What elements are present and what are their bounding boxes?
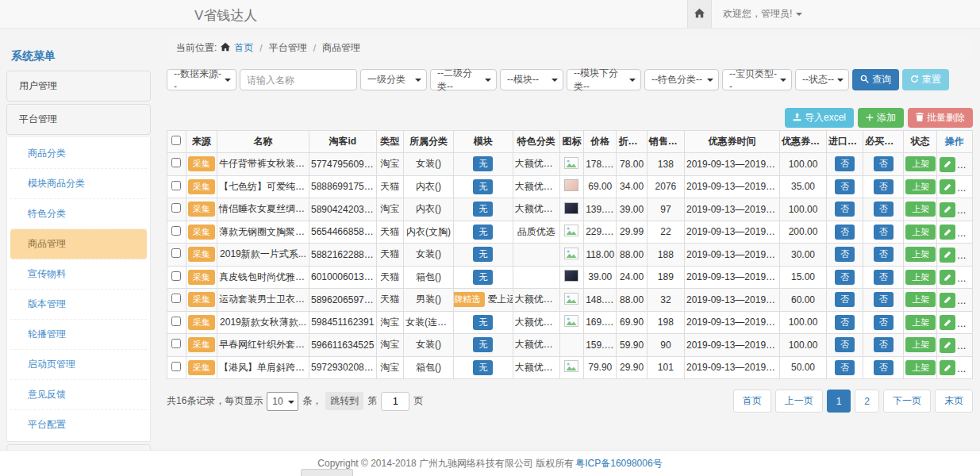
module-badge[interactable]: 无: [473, 247, 493, 262]
status-toggle-button[interactable]: 上架: [905, 360, 936, 375]
sidebar-item-宣传物料[interactable]: 宣传物料: [10, 259, 147, 290]
status-toggle-button[interactable]: 上架: [905, 270, 936, 285]
row-checkbox[interactable]: [171, 248, 181, 258]
source-badge[interactable]: 采集: [188, 360, 215, 375]
page-button-上一页[interactable]: 上一页: [775, 390, 823, 413]
row-checkbox[interactable]: [171, 226, 181, 236]
source-badge[interactable]: 采集: [188, 202, 215, 217]
edit-button[interactable]: [940, 293, 955, 308]
jump-to-button[interactable]: 跳转到: [325, 392, 363, 410]
import-select-toggle[interactable]: 否: [835, 292, 855, 307]
add-button[interactable]: 添加: [858, 108, 904, 128]
data-source-select[interactable]: --数据来源--: [167, 69, 236, 90]
edit-button[interactable]: [940, 202, 955, 217]
import-select-toggle[interactable]: 否: [835, 156, 855, 171]
must-buy-toggle[interactable]: 否: [874, 292, 894, 307]
status-toggle-button[interactable]: 上架: [905, 202, 936, 217]
must-buy-toggle[interactable]: 否: [874, 225, 894, 240]
module-badge[interactable]: 无: [473, 156, 493, 171]
import-select-toggle[interactable]: 否: [835, 247, 855, 262]
row-checkbox[interactable]: [171, 339, 181, 348]
edit-button[interactable]: [940, 179, 955, 194]
row-checkbox[interactable]: [171, 158, 181, 167]
reset-button[interactable]: 重置: [902, 69, 949, 90]
row-checkbox[interactable]: [171, 317, 181, 326]
edit-button[interactable]: [940, 270, 955, 285]
item-type-select[interactable]: --宝贝类型--: [722, 69, 792, 90]
module-badge[interactable]: 无: [473, 225, 493, 240]
select-all-checkbox[interactable]: [171, 136, 181, 145]
row-checkbox[interactable]: [171, 294, 181, 303]
must-buy-toggle[interactable]: 否: [874, 315, 894, 330]
page-button-1[interactable]: 1: [827, 390, 851, 413]
source-badge[interactable]: 采集: [188, 270, 215, 285]
source-badge[interactable]: 采集: [188, 337, 215, 352]
must-buy-toggle[interactable]: 否: [874, 270, 894, 285]
sidebar-item-版本管理[interactable]: 版本管理: [10, 290, 147, 320]
sidebar-item-商品管理[interactable]: 商品管理: [10, 229, 147, 259]
edit-button[interactable]: [940, 225, 955, 240]
status-toggle-button[interactable]: 上架: [905, 247, 936, 262]
status-select[interactable]: --状态--: [795, 69, 849, 90]
sidebar-item-启动页管理[interactable]: 启动页管理: [10, 350, 147, 380]
import-select-toggle[interactable]: 否: [835, 337, 855, 352]
must-buy-toggle[interactable]: 否: [874, 179, 894, 194]
sidebar-item-特色分类[interactable]: 特色分类: [10, 199, 147, 229]
source-badge[interactable]: 采集: [188, 247, 215, 262]
status-toggle-button[interactable]: 上架: [905, 337, 936, 352]
page-number-input[interactable]: [381, 392, 409, 411]
must-buy-toggle[interactable]: 否: [874, 202, 894, 217]
per-page-select[interactable]: 10: [267, 392, 298, 411]
module-select[interactable]: --模块--: [500, 69, 563, 90]
import-excel-button[interactable]: 导入excel: [785, 108, 854, 128]
search-button[interactable]: 查询: [852, 69, 899, 90]
source-badge[interactable]: 采集: [188, 225, 215, 240]
row-checkbox[interactable]: [171, 181, 181, 190]
edit-button[interactable]: [940, 157, 955, 172]
home-button[interactable]: [687, 0, 712, 28]
edit-button[interactable]: [940, 360, 955, 375]
module-badge[interactable]: 无: [473, 315, 493, 330]
module-badge[interactable]: 无: [473, 360, 493, 375]
import-select-toggle[interactable]: 否: [835, 315, 855, 330]
import-select-toggle[interactable]: 否: [835, 360, 855, 375]
source-badge[interactable]: 采集: [188, 179, 215, 194]
sidebar-item-商品分类[interactable]: 商品分类: [10, 139, 147, 169]
status-toggle-button[interactable]: 上架: [905, 225, 936, 240]
module-badge[interactable]: 无: [473, 202, 493, 217]
module-sub-category-select[interactable]: --模块下分类--: [567, 69, 641, 90]
row-checkbox[interactable]: [171, 203, 181, 213]
status-toggle-button[interactable]: 上架: [905, 156, 936, 171]
sidebar-item-模块商品分类[interactable]: 模块商品分类: [10, 169, 147, 199]
level1-category-select[interactable]: 一级分类: [360, 69, 427, 90]
sidebar-item-平台管理[interactable]: 平台管理: [6, 104, 151, 135]
edit-button[interactable]: [940, 248, 955, 263]
status-toggle-button[interactable]: 上架: [905, 179, 936, 194]
module-badge[interactable]: 品牌精选: [453, 292, 485, 307]
import-select-toggle[interactable]: 否: [835, 202, 855, 217]
source-badge[interactable]: 采集: [188, 156, 215, 171]
edit-button[interactable]: [940, 315, 955, 330]
sidebar-item-用户管理[interactable]: 用户管理: [6, 71, 151, 102]
name-input[interactable]: [240, 69, 357, 90]
page-button-首页[interactable]: 首页: [733, 390, 771, 413]
page-button-末页[interactable]: 末页: [935, 390, 973, 413]
must-buy-toggle[interactable]: 否: [874, 360, 894, 375]
sidebar-item-平台配置[interactable]: 平台配置: [10, 410, 147, 440]
page-button-2[interactable]: 2: [855, 390, 879, 413]
must-buy-toggle[interactable]: 否: [874, 156, 894, 171]
edit-button[interactable]: [940, 338, 955, 353]
user-menu[interactable]: 欢迎您，管理员!: [723, 7, 802, 21]
must-buy-toggle[interactable]: 否: [874, 247, 894, 262]
module-badge[interactable]: 无: [473, 179, 493, 194]
import-select-toggle[interactable]: 否: [835, 225, 855, 240]
level2-category-select[interactable]: --二级分类--: [430, 69, 497, 90]
row-checkbox[interactable]: [171, 362, 181, 371]
status-toggle-button[interactable]: 上架: [905, 292, 936, 307]
batch-delete-button[interactable]: 批量删除: [908, 108, 973, 128]
module-badge[interactable]: 无: [473, 337, 493, 352]
page-button-下一页[interactable]: 下一页: [883, 390, 931, 413]
feature-category-select[interactable]: --特色分类--: [644, 69, 719, 90]
sidebar-item-轮播管理[interactable]: 轮播管理: [10, 320, 147, 350]
module-badge[interactable]: 无: [473, 270, 493, 285]
